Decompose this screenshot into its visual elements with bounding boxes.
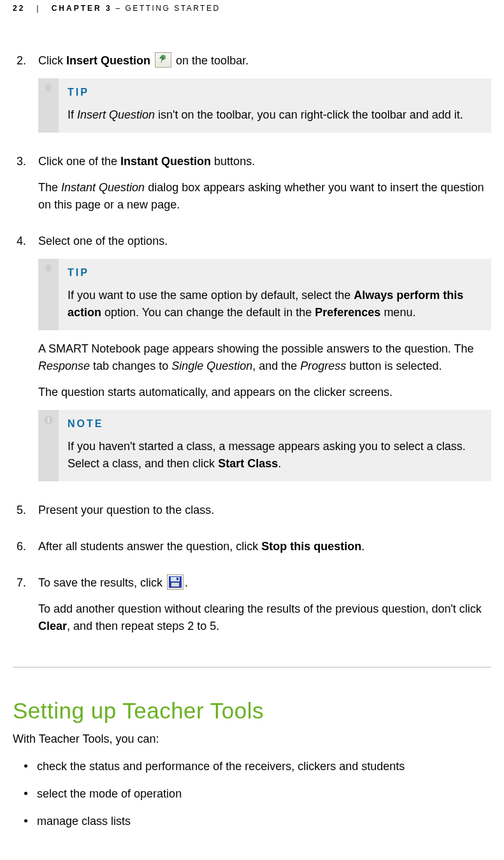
teacher-tools-list: check the status and performance of the …: [13, 758, 491, 840]
step-number: 3.: [17, 153, 26, 170]
running-header: 22 | CHAPTER 3 – GETTING STARTED: [13, 0, 491, 52]
callout-text: If Insert Question isn't on the toolbar,…: [68, 106, 463, 124]
step-number: 6.: [17, 538, 26, 555]
callout-text: If you want to use the same option by de…: [68, 287, 482, 321]
step-5-text: Present your question to the class.: [38, 502, 491, 519]
instruction-steps: 2. Click Insert Question on the toolbar.…: [13, 52, 491, 654]
svg-rect-5: [171, 583, 179, 587]
step-number: 7.: [17, 574, 26, 592]
chapter-title: – GETTING STARTED: [116, 4, 220, 13]
step-2: 2. Click Insert Question on the toolbar.…: [32, 52, 491, 153]
step-3: 3. Click one of the Instant Question but…: [32, 153, 491, 233]
list-item: select the mode of operation: [29, 785, 491, 813]
step-4: 4. Select one of the options. TIP If you…: [32, 233, 491, 502]
step-5: 5. Present your question to the class.: [32, 502, 491, 538]
step-2-text: Click Insert Question on the toolbar.: [38, 52, 491, 69]
callout-kind: TIP: [68, 265, 482, 281]
step-number: 2.: [17, 52, 26, 69]
insert-question-icon: [155, 52, 171, 68]
section-intro: With Teacher Tools, you can:: [13, 731, 491, 748]
step-3-text-2: The Instant Question dialog box appears …: [38, 179, 491, 214]
step-number: 4.: [17, 233, 26, 250]
page-number: 22: [13, 4, 25, 13]
step-3-text: Click one of the Instant Question button…: [38, 153, 491, 170]
chapter-label: CHAPTER 3: [52, 4, 112, 13]
step-4-text-3: The question starts automatically, and a…: [38, 384, 491, 401]
callout-kind: TIP: [68, 85, 463, 100]
save-icon: [167, 574, 184, 590]
lightbulb-icon: [38, 78, 59, 133]
step-7-text-2: To add another question without clearing…: [38, 601, 491, 635]
step-7: 7. To save the results, click . To add a…: [32, 574, 491, 654]
section-heading: Setting up Teacher Tools: [13, 694, 491, 728]
callout-text: If you haven't started a class, a messag…: [68, 438, 482, 472]
step-6: 6. After all students answer the questio…: [32, 538, 491, 574]
list-item: manage class lists: [29, 813, 491, 840]
step-4-text: Select one of the options.: [38, 233, 491, 250]
tip-callout: TIP If Insert Question isn't on the tool…: [38, 78, 491, 133]
info-icon: [38, 410, 59, 481]
step-number: 5.: [17, 502, 26, 519]
note-callout: NOTE If you haven't started a class, a m…: [38, 410, 491, 481]
svg-rect-2: [48, 418, 49, 419]
callout-kind: NOTE: [68, 416, 482, 432]
svg-rect-1: [48, 419, 49, 423]
step-4-text-2: A SMART Notebook page appears showing th…: [38, 340, 491, 375]
list-item: check the status and performance of the …: [29, 758, 491, 785]
header-separator: |: [36, 4, 40, 13]
lightbulb-icon: [38, 259, 59, 330]
step-7-text: To save the results, click .: [38, 574, 491, 592]
step-6-text: After all students answer the question, …: [38, 538, 491, 555]
tip-callout: TIP If you want to use the same option b…: [38, 259, 491, 330]
section-divider: [13, 667, 491, 667]
svg-rect-6: [176, 578, 178, 580]
